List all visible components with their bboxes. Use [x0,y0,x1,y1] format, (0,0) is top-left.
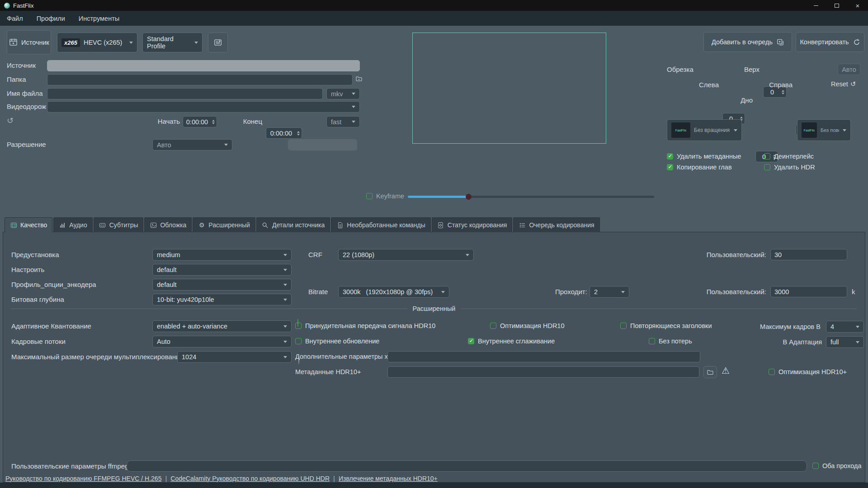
crf-select[interactable]: 22 (1080p) [338,249,474,261]
bitrate-custom-input[interactable]: 3000 [770,286,847,297]
advanced-divider-label: Расширенный [413,305,456,312]
remove-metadata-checkbox[interactable]: Удалить метаданные [667,153,741,160]
end-time-input[interactable]: 0:00:00 [266,127,302,139]
extension-select[interactable]: mkv [326,88,360,99]
custom-ffmpeg-input[interactable] [127,460,807,472]
bitrate-custom-value: 3000 [774,288,789,296]
tab-quality[interactable]: Качество [5,217,52,232]
tab-advanced[interactable]: ⚙ Расширенный [193,217,255,232]
maximize-button[interactable] [826,0,847,11]
hdr10plus-extract-link[interactable]: Извлечение метаданных HDR10+ [339,475,438,482]
rotation-select[interactable]: FastFlix Без вращения [667,119,742,141]
tab-encoding-status[interactable]: Статус кодирования [432,217,513,232]
tab-subtitles[interactable]: CC Субтитры [94,217,144,232]
profile-select[interactable]: Standard Profile [142,33,203,52]
intra-refresh-checkbox[interactable]: Внутреннее обновление [295,338,379,345]
bitrate-select[interactable]: 3000k (1920x1080p @ 30fps) [338,286,449,298]
close-button[interactable]: × [847,0,868,11]
tab-raw-commands[interactable]: Необработанные команды [331,217,430,232]
bit-depth-select[interactable]: 10-bit: yuv420p10le [152,294,292,305]
tab-source-details[interactable]: Детали источника [256,217,330,232]
repeat-headers-checkbox[interactable]: Повторяющиеся заголовки [620,322,712,329]
crf-label: CRF [308,251,322,258]
preview-speed-select[interactable]: fast [326,116,360,127]
passes-select[interactable]: 2 [590,286,629,298]
checkbox-icon [490,323,496,329]
spinner-arrows-icon[interactable] [297,131,300,136]
hdr10plus-opt-label: Оптимизация HDR10+ [778,368,847,375]
video-track-label: Видеодорож [7,103,46,110]
minimize-button[interactable] [806,0,826,11]
output-folder-input[interactable] [47,74,353,85]
both-passes-checkbox[interactable]: Оба прохода [812,462,862,469]
slider-handle[interactable] [466,194,472,200]
crf-custom-input[interactable]: 30 [770,249,847,260]
tab-audio[interactable]: Аудио [53,217,93,232]
video-track-select[interactable] [47,101,360,113]
folder-browse-icon[interactable] [355,75,363,82]
checkbox-icon [764,164,770,170]
flip-select[interactable]: FastFlix Без поворота [797,119,851,141]
add-to-queue-button[interactable]: Добавить в очередь [703,32,792,52]
hdr10plus-metadata-input[interactable] [387,366,699,378]
reload-icon[interactable]: ↺ [7,116,14,126]
lossless-checkbox[interactable]: Без потерь [649,338,692,345]
hdr10plus-opt-checkbox[interactable]: Оптимизация HDR10+ [769,368,847,375]
tab-encoding-queue[interactable]: Очередь кодирования [513,217,599,232]
mux-queue-select[interactable]: 1024 [177,351,292,363]
b-adapt-select[interactable]: full [826,336,864,348]
preset-select[interactable]: medium [152,249,292,261]
profile-save-button[interactable] [208,33,228,52]
intra-smoothing-checkbox[interactable]: Внутреннее сглаживание [468,338,555,345]
hdr10plus-browse-button[interactable] [703,366,717,378]
source-file-icon [9,38,18,47]
crop-title: Обрезка [667,66,693,73]
spinner-arrows-icon[interactable] [782,90,784,94]
preset-value: medium [157,251,180,258]
keyframe-label: Keyframe [376,192,404,200]
copy-chapters-checkbox[interactable]: Копирование глав [667,164,732,171]
menu-profiles[interactable]: Профили [30,11,72,26]
source-button-label: Источник [21,39,49,46]
maximize-icon [835,4,839,8]
source-button[interactable]: Источник [7,30,51,54]
extra-params-input[interactable] [387,351,700,362]
crop-auto-label: Авто [842,66,856,73]
encoder-profile-select[interactable]: default [152,279,292,291]
hdr10-opt-checkbox[interactable]: Оптимизация HDR10 [490,322,564,329]
resolution-select[interactable]: Авто [152,139,232,150]
deinterlace-checkbox[interactable]: Деинтерлейс [764,153,814,160]
intra-refresh-label: Внутреннее обновление [305,338,379,345]
crop-reset-label: Reset [831,80,848,88]
tune-select[interactable]: default [152,264,292,276]
convert-label: Конвертировать [800,38,849,46]
max-b-frames-select[interactable]: 4 [826,321,864,333]
keyframe-checkbox[interactable]: Keyframe [366,192,404,200]
encoder-profile-value: default [157,281,177,288]
bit-depth-label: Битовая глубина [11,296,64,303]
crop-auto-button[interactable]: Авто [838,64,860,75]
preview-position-slider[interactable] [408,196,654,198]
spinner-arrows-icon[interactable] [212,120,215,124]
x265-logo: x265 [61,38,80,47]
resolution-custom-input [288,139,357,150]
rotation-thumbnail: FastFlix [671,122,690,138]
aq-value: enabled + auto-variance [157,323,227,330]
menu-tools[interactable]: Инструменты [72,11,126,26]
crop-reset-button[interactable]: Reset ↺ [831,80,856,88]
tab-cover[interactable]: Обложка [144,217,192,232]
menu-file[interactable]: Файл [0,11,30,26]
minimize-icon [814,5,818,6]
remove-hdr-checkbox[interactable]: Удалить HDR [764,164,815,171]
encoder-select[interactable]: x265 HEVC (x265) [57,33,137,52]
aq-select[interactable]: enabled + auto-variance [152,320,292,332]
start-time-input[interactable]: 0:00:00 [183,116,217,127]
repeat-headers-label: Повторяющиеся заголовки [630,322,712,329]
convert-button[interactable]: Конвертировать [796,32,864,52]
hevc-guide-link[interactable]: Руководство по кодированию FFMPEG HEVC /… [5,475,161,482]
hdr10-signaling-checkbox[interactable]: Принудительная передача сигнала HDR10 [295,322,435,329]
frame-threads-select[interactable]: Auto [152,336,292,347]
filename-input[interactable] [47,88,323,99]
uhd-hdr-guide-link[interactable]: CodeCalamity Руководство по кодированию … [170,475,330,482]
chevron-down-icon [283,356,287,358]
